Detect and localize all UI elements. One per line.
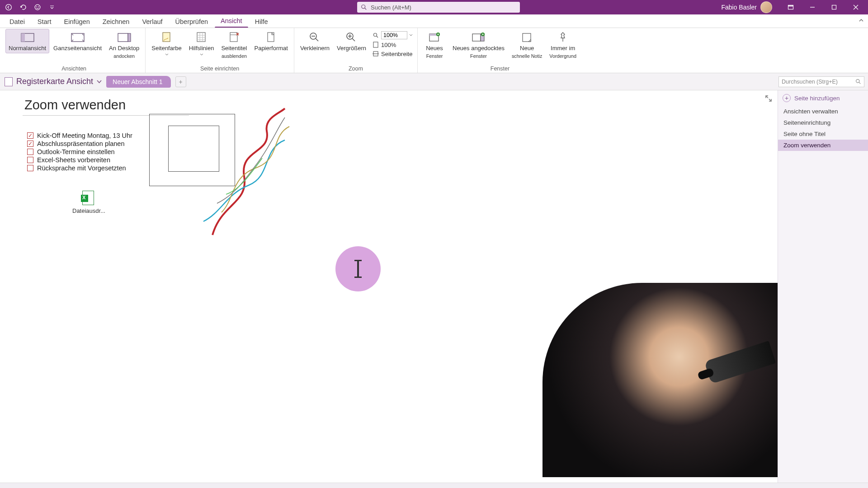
rule-lines-icon <box>194 31 209 44</box>
section-tab[interactable]: Neuer Abschnitt 1 <box>106 76 171 88</box>
main-area: Zoom verwenden Kick-Off Meeting Montag, … <box>0 90 868 483</box>
chevron-down-icon <box>409 34 413 37</box>
new-docked-window-icon <box>471 31 486 44</box>
checkbox-icon[interactable] <box>27 132 33 139</box>
ribbon-group-seite: Seitenfarbe Hilfslinien Seitentitel ausb… <box>146 28 294 73</box>
zoom-level-input[interactable] <box>370 31 415 40</box>
checkbox-icon[interactable] <box>27 141 33 147</box>
svg-point-2 <box>36 6 37 7</box>
svg-rect-14 <box>197 33 205 42</box>
always-on-top-button[interactable]: Immer im Vordergrund <box>546 29 580 60</box>
tab-zeichnen[interactable]: Zeichnen <box>97 16 136 28</box>
page-item[interactable]: Zoom verwenden <box>778 140 868 151</box>
dock-label-1: An Desktop <box>109 45 139 52</box>
tab-hilfe[interactable]: Hilfe <box>249 16 274 28</box>
group-label-seite: Seite einrichten <box>148 65 291 73</box>
fullpage-view-button[interactable]: Ganzseitenansicht <box>50 29 105 53</box>
notebook-search-placeholder: Durchsuchen (Strg+E) <box>782 79 838 85</box>
tab-ansicht[interactable]: Ansicht <box>215 15 248 28</box>
group-label-zoom: Zoom <box>297 65 415 73</box>
fullpage-view-label: Ganzseitenansicht <box>53 45 102 52</box>
new-docked-window-button[interactable]: Neues angedocktes Fenster <box>449 29 508 60</box>
tab-einfuegen[interactable]: Einfügen <box>58 16 95 28</box>
quick-access-toolbar <box>0 1 61 13</box>
quick-note-button[interactable]: Neue schnelle Notiz <box>509 29 545 60</box>
ribbon-group-ansichten: Normalansicht Ganzseitenansicht An Deskt… <box>3 28 146 73</box>
global-search[interactable]: Suchen (Alt+M) <box>357 2 520 13</box>
account-control[interactable]: Fabio Basler <box>721 1 772 13</box>
svg-point-29 <box>856 80 859 83</box>
page-pane: + Seite hinzufügen Ansichten verwalten S… <box>778 90 868 483</box>
undo-button[interactable] <box>17 1 29 13</box>
ribbon-group-fenster: Neues Fenster Neues angedocktes Fenster … <box>418 28 582 73</box>
search-icon <box>361 4 367 10</box>
normal-view-button[interactable]: Normalansicht <box>5 29 49 53</box>
page-color-icon <box>159 31 175 44</box>
svg-rect-12 <box>128 33 131 42</box>
zoom-100-button[interactable]: 100% <box>370 41 415 49</box>
zoom-in-button[interactable]: Vergrößern <box>334 29 369 53</box>
back-button[interactable] <box>3 1 14 13</box>
ribbon-group-zoom: Verkleinern Vergrößern 100% Seitenb <box>294 28 418 73</box>
page-title[interactable]: Zoom verwenden <box>23 98 189 116</box>
notebook-selector[interactable]: Registerkarte Ansicht <box>5 77 102 86</box>
chevron-down-icon <box>97 80 102 84</box>
notebook-search[interactable]: Durchsuchen (Strg+E) <box>778 76 864 87</box>
paper-size-button[interactable]: Papierformat <box>251 29 291 53</box>
quick-note-label-2: schnelle Notiz <box>512 53 542 59</box>
expand-page-button[interactable] <box>765 95 772 102</box>
page-item[interactable]: Seite ohne Titel <box>778 128 868 140</box>
touch-mode-button[interactable] <box>32 1 43 13</box>
add-page-button[interactable]: + Seite hinzufügen <box>778 90 868 106</box>
list-item[interactable]: Abschlusspräsentation planen <box>27 140 132 147</box>
qat-customize-button[interactable] <box>46 1 58 13</box>
notebook-name: Registerkarte Ansicht <box>16 77 93 86</box>
rule-lines-button[interactable]: Hilfslinien <box>186 29 217 57</box>
svg-rect-6 <box>788 5 793 7</box>
list-item[interactable]: Rücksprache mit Vorgesetzten <box>27 164 132 172</box>
list-item[interactable]: Excel-Sheets vorbereiten <box>27 156 132 164</box>
tab-verlauf[interactable]: Verlauf <box>136 16 168 28</box>
search-placeholder: Suchen (Alt+M) <box>371 4 411 11</box>
collapse-ribbon-button[interactable] <box>858 17 864 23</box>
zoom-value-field[interactable] <box>381 31 407 39</box>
hide-title-button[interactable]: Seitentitel ausblenden <box>218 29 250 60</box>
checkbox-icon[interactable] <box>27 149 33 155</box>
ribbon-display-button[interactable] <box>781 0 800 14</box>
ink-strokes[interactable] <box>194 99 321 244</box>
add-section-button[interactable]: + <box>175 76 186 87</box>
new-window-button[interactable]: Neues Fenster <box>420 29 448 60</box>
hide-title-label-1: Seitentitel <box>221 45 247 52</box>
page-color-button[interactable]: Seitenfarbe <box>148 29 185 57</box>
zoom-out-button[interactable]: Verkleinern <box>297 29 333 53</box>
dock-to-desktop-button[interactable]: An Desktop andocken <box>106 29 142 60</box>
checkbox-icon[interactable] <box>27 157 33 163</box>
file-label: Dateiausdr... <box>72 207 105 214</box>
list-item[interactable]: Kick-Off Meeting Montag, 13 Uhr <box>27 132 132 139</box>
webcam-overlay <box>542 283 778 477</box>
hide-title-icon <box>226 31 242 44</box>
close-button[interactable] <box>846 0 865 14</box>
svg-rect-7 <box>832 5 836 9</box>
tab-start[interactable]: Start <box>32 16 57 28</box>
tab-datei[interactable]: Datei <box>4 16 31 28</box>
page-list: Ansichten verwalten Seiteneinrichtung Se… <box>778 106 868 151</box>
page-canvas[interactable]: Zoom verwenden Kick-Off Meeting Montag, … <box>0 90 778 483</box>
maximize-button[interactable] <box>825 0 844 14</box>
file-printout[interactable]: Dateiausdr... <box>72 191 104 214</box>
plus-icon: + <box>783 94 791 102</box>
list-item[interactable]: Outlook-Termine einstellen <box>27 148 132 155</box>
page-item[interactable]: Seiteneinrichtung <box>778 117 868 128</box>
checkbox-icon[interactable] <box>27 165 33 171</box>
new-window-label-1: Neues <box>426 45 443 52</box>
page-item[interactable]: Ansichten verwalten <box>778 106 868 117</box>
title-bar: Zoom verwenden - OneNote Suchen (Alt+M) … <box>0 0 868 14</box>
section-name: Neuer Abschnitt 1 <box>113 78 163 85</box>
quick-note-label-1: Neue <box>520 45 534 52</box>
zoom-pagewidth-label: Seitenbreite <box>381 51 412 57</box>
zoom-pagewidth-button[interactable]: Seitenbreite <box>370 50 415 58</box>
tab-ueberpruefen[interactable]: Überprüfen <box>170 16 214 28</box>
minimize-button[interactable] <box>803 0 822 14</box>
dock-label-2: andocken <box>113 53 135 59</box>
svg-rect-10 <box>71 33 84 42</box>
